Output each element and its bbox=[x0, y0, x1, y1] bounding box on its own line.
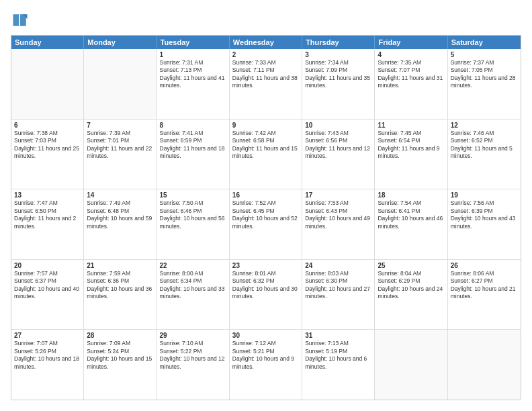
cell-content: Sunrise: 7:33 AMSunset: 7:11 PMDaylight:… bbox=[232, 59, 299, 90]
calendar-cell: 20Sunrise: 7:57 AMSunset: 6:37 PMDayligh… bbox=[11, 260, 84, 330]
cell-content: Sunrise: 7:37 AMSunset: 7:05 PMDaylight:… bbox=[451, 59, 518, 90]
calendar: SundayMondayTuesdayWednesdayThursdayFrid… bbox=[11, 35, 521, 400]
calendar-cell: 4Sunrise: 7:35 AMSunset: 7:07 PMDaylight… bbox=[375, 49, 447, 119]
calendar-cell: 19Sunrise: 7:56 AMSunset: 6:39 PMDayligh… bbox=[448, 189, 521, 259]
day-number: 29 bbox=[160, 332, 226, 339]
cell-content: Sunrise: 7:09 AMSunset: 5:24 PMDaylight:… bbox=[87, 340, 153, 371]
calendar-cell: 24Sunrise: 8:03 AMSunset: 6:30 PMDayligh… bbox=[302, 260, 375, 330]
logo bbox=[11, 11, 32, 30]
calendar-cell bbox=[84, 49, 157, 119]
calendar-cell: 21Sunrise: 7:59 AMSunset: 6:36 PMDayligh… bbox=[84, 260, 157, 330]
cell-content: Sunrise: 8:04 AMSunset: 6:29 PMDaylight:… bbox=[378, 270, 444, 301]
cell-content: Sunrise: 7:53 AMSunset: 6:43 PMDaylight:… bbox=[305, 199, 371, 230]
calendar-cell: 30Sunrise: 7:12 AMSunset: 5:21 PMDayligh… bbox=[230, 330, 302, 400]
cell-content: Sunrise: 7:46 AMSunset: 6:52 PMDaylight:… bbox=[451, 130, 518, 161]
calendar-cell bbox=[448, 330, 521, 400]
cell-content: Sunrise: 7:10 AMSunset: 5:22 PMDaylight:… bbox=[160, 340, 226, 371]
day-number: 12 bbox=[451, 122, 518, 129]
day-number: 2 bbox=[232, 51, 299, 58]
cell-content: Sunrise: 8:06 AMSunset: 6:27 PMDaylight:… bbox=[451, 270, 518, 301]
day-number: 6 bbox=[14, 122, 81, 129]
day-number: 21 bbox=[87, 262, 153, 269]
day-number: 11 bbox=[378, 122, 444, 129]
day-number: 5 bbox=[451, 51, 518, 58]
calendar-cell: 25Sunrise: 8:04 AMSunset: 6:29 PMDayligh… bbox=[375, 260, 447, 330]
calendar-body: 1Sunrise: 7:31 AMSunset: 7:13 PMDaylight… bbox=[11, 49, 521, 400]
page: SundayMondayTuesdayWednesdayThursdayFrid… bbox=[0, 0, 532, 411]
svg-rect-1 bbox=[13, 14, 20, 26]
day-number: 24 bbox=[305, 262, 371, 269]
cell-content: Sunrise: 7:34 AMSunset: 7:09 PMDaylight:… bbox=[305, 59, 371, 90]
cell-content: Sunrise: 7:12 AMSunset: 5:21 PMDaylight:… bbox=[232, 340, 299, 371]
cell-content: Sunrise: 7:35 AMSunset: 7:07 PMDaylight:… bbox=[378, 59, 444, 90]
cell-content: Sunrise: 7:59 AMSunset: 6:36 PMDaylight:… bbox=[87, 270, 153, 301]
cell-content: Sunrise: 8:00 AMSunset: 6:34 PMDaylight:… bbox=[160, 270, 226, 301]
day-number: 27 bbox=[14, 332, 81, 339]
cell-content: Sunrise: 7:43 AMSunset: 6:56 PMDaylight:… bbox=[305, 130, 371, 161]
calendar-cell: 13Sunrise: 7:47 AMSunset: 6:50 PMDayligh… bbox=[11, 189, 84, 259]
day-number: 31 bbox=[305, 332, 371, 339]
day-header-wednesday: Wednesday bbox=[230, 36, 302, 49]
calendar-cell: 28Sunrise: 7:09 AMSunset: 5:24 PMDayligh… bbox=[84, 330, 157, 400]
cell-content: Sunrise: 7:50 AMSunset: 6:46 PMDaylight:… bbox=[160, 199, 226, 230]
cell-content: Sunrise: 7:57 AMSunset: 6:37 PMDaylight:… bbox=[14, 270, 81, 301]
calendar-cell: 7Sunrise: 7:39 AMSunset: 7:01 PMDaylight… bbox=[84, 120, 157, 189]
day-number: 16 bbox=[232, 191, 299, 199]
calendar-cell bbox=[375, 330, 447, 400]
calendar-row-3: 13Sunrise: 7:47 AMSunset: 6:50 PMDayligh… bbox=[11, 189, 521, 260]
day-number: 30 bbox=[232, 332, 299, 339]
cell-content: Sunrise: 8:03 AMSunset: 6:30 PMDaylight:… bbox=[305, 270, 371, 301]
calendar-row-1: 1Sunrise: 7:31 AMSunset: 7:13 PMDaylight… bbox=[11, 49, 521, 120]
day-number: 3 bbox=[305, 51, 371, 58]
cell-content: Sunrise: 7:13 AMSunset: 5:19 PMDaylight:… bbox=[305, 340, 371, 371]
calendar-row-2: 6Sunrise: 7:38 AMSunset: 7:03 PMDaylight… bbox=[11, 120, 521, 190]
day-number: 25 bbox=[378, 262, 444, 269]
calendar-cell: 14Sunrise: 7:49 AMSunset: 6:48 PMDayligh… bbox=[84, 189, 157, 259]
cell-content: Sunrise: 8:01 AMSunset: 6:32 PMDaylight:… bbox=[232, 270, 299, 301]
header bbox=[11, 11, 521, 30]
cell-content: Sunrise: 7:42 AMSunset: 6:58 PMDaylight:… bbox=[232, 130, 299, 161]
calendar-cell: 16Sunrise: 7:52 AMSunset: 6:45 PMDayligh… bbox=[230, 189, 302, 259]
calendar-cell: 6Sunrise: 7:38 AMSunset: 7:03 PMDaylight… bbox=[11, 120, 84, 189]
cell-content: Sunrise: 7:07 AMSunset: 5:26 PMDaylight:… bbox=[14, 340, 81, 371]
calendar-cell: 17Sunrise: 7:53 AMSunset: 6:43 PMDayligh… bbox=[302, 189, 375, 259]
day-number: 26 bbox=[451, 262, 518, 269]
day-header-friday: Friday bbox=[375, 36, 447, 49]
day-number: 17 bbox=[305, 191, 371, 199]
cell-content: Sunrise: 7:39 AMSunset: 7:01 PMDaylight:… bbox=[87, 130, 153, 161]
day-number: 14 bbox=[87, 191, 153, 199]
calendar-cell: 12Sunrise: 7:46 AMSunset: 6:52 PMDayligh… bbox=[448, 120, 521, 189]
day-header-thursday: Thursday bbox=[302, 36, 375, 49]
day-header-tuesday: Tuesday bbox=[157, 36, 230, 49]
day-number: 20 bbox=[14, 262, 81, 269]
calendar-cell bbox=[11, 49, 84, 119]
calendar-cell: 5Sunrise: 7:37 AMSunset: 7:05 PMDaylight… bbox=[448, 49, 521, 119]
day-number: 19 bbox=[451, 191, 518, 199]
day-header-saturday: Saturday bbox=[448, 36, 521, 49]
calendar-cell: 31Sunrise: 7:13 AMSunset: 5:19 PMDayligh… bbox=[302, 330, 375, 400]
calendar-cell: 3Sunrise: 7:34 AMSunset: 7:09 PMDaylight… bbox=[302, 49, 375, 119]
day-number: 9 bbox=[232, 122, 299, 129]
day-number: 1 bbox=[160, 51, 226, 58]
day-number: 18 bbox=[378, 191, 444, 199]
cell-content: Sunrise: 7:52 AMSunset: 6:45 PMDaylight:… bbox=[232, 199, 299, 230]
day-number: 4 bbox=[378, 51, 444, 58]
logo-icon bbox=[11, 11, 30, 30]
day-number: 8 bbox=[160, 122, 226, 129]
day-number: 13 bbox=[14, 191, 81, 199]
calendar-cell: 18Sunrise: 7:54 AMSunset: 6:41 PMDayligh… bbox=[375, 189, 447, 259]
cell-content: Sunrise: 7:45 AMSunset: 6:54 PMDaylight:… bbox=[378, 130, 444, 161]
calendar-header: SundayMondayTuesdayWednesdayThursdayFrid… bbox=[11, 36, 521, 49]
calendar-cell: 26Sunrise: 8:06 AMSunset: 6:27 PMDayligh… bbox=[448, 260, 521, 330]
calendar-cell: 29Sunrise: 7:10 AMSunset: 5:22 PMDayligh… bbox=[157, 330, 230, 400]
day-number: 15 bbox=[160, 191, 226, 199]
cell-content: Sunrise: 7:47 AMSunset: 6:50 PMDaylight:… bbox=[14, 199, 81, 230]
calendar-cell: 8Sunrise: 7:41 AMSunset: 6:59 PMDaylight… bbox=[157, 120, 230, 189]
day-header-monday: Monday bbox=[84, 36, 157, 49]
calendar-cell: 11Sunrise: 7:45 AMSunset: 6:54 PMDayligh… bbox=[375, 120, 447, 189]
calendar-cell: 27Sunrise: 7:07 AMSunset: 5:26 PMDayligh… bbox=[11, 330, 84, 400]
svg-rect-3 bbox=[19, 14, 20, 26]
calendar-cell: 22Sunrise: 8:00 AMSunset: 6:34 PMDayligh… bbox=[157, 260, 230, 330]
cell-content: Sunrise: 7:49 AMSunset: 6:48 PMDaylight:… bbox=[87, 199, 153, 230]
day-header-sunday: Sunday bbox=[11, 36, 84, 49]
